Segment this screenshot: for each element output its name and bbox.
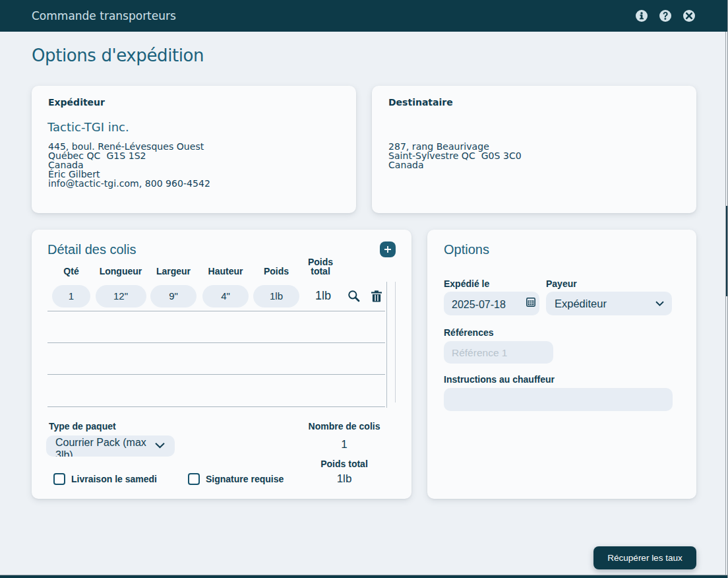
table-right-border [386, 282, 387, 408]
help-icon[interactable] [659, 10, 671, 22]
x-glyph [683, 10, 695, 22]
delete-package-button[interactable] [368, 290, 385, 302]
col-weight: Poids [251, 267, 302, 276]
recipient-address: 287, rang Beaurivage Saint-Sylvestre QC … [388, 142, 522, 170]
recipient-card: Destinataire 287, rang Beaurivage Saint-… [372, 86, 696, 213]
references-input[interactable] [444, 341, 553, 364]
shipped-on-label: Expédié le [444, 278, 489, 289]
saturday-delivery-option: Livraison le samedi [53, 473, 157, 485]
packages-totals: Nombre de colis 1 Poids total 1lb [298, 422, 390, 485]
height-field[interactable]: 4" [202, 285, 249, 307]
add-package-button[interactable] [380, 241, 396, 257]
get-rates-button[interactable]: Récupérer les taux [593, 546, 696, 569]
total-weight-value: 1lb [298, 473, 390, 485]
trash-icon [371, 290, 382, 302]
empty-package-row [47, 343, 385, 375]
saturday-delivery-label: Livraison le samedi [71, 474, 157, 484]
search-package-button[interactable] [339, 290, 368, 302]
recipient-heading: Destinataire [388, 97, 453, 108]
empty-package-row [47, 375, 385, 407]
packages-table-body: 1 12" 9" 4" 1lb 1lb [47, 282, 385, 407]
options-card: Options Expédié le 2025-07-18 Payeur Exp… [427, 230, 696, 499]
horizontal-scrollbar[interactable] [0, 575, 728, 578]
chevron-down-icon [655, 300, 665, 307]
references-label: Références [444, 327, 494, 338]
width-field[interactable]: 9" [150, 285, 197, 307]
info-icon[interactable] [636, 10, 648, 22]
saturday-delivery-checkbox[interactable] [53, 473, 65, 485]
payer-value: Expéditeur [555, 298, 607, 310]
shipper-card: Expéditeur Tactic-TGI inc. 445, boul. Re… [32, 86, 356, 213]
info-glyph [636, 10, 648, 22]
shipper-address: 445, boul. René-Lévesques Ouest Québec Q… [48, 142, 210, 188]
plus-icon [383, 245, 392, 254]
col-height: Hauteur [200, 267, 251, 276]
close-icon[interactable] [683, 10, 695, 22]
package-type-select[interactable]: Courrier Pack (max 3lb) [46, 435, 175, 457]
vertical-scrollbar-border [725, 32, 726, 575]
qty-field[interactable]: 1 [52, 285, 90, 307]
packages-title: Détail des colis [47, 242, 136, 257]
weight-field[interactable]: 1lb [253, 285, 299, 307]
col-total-weight: Poids total [302, 257, 339, 276]
col-qty: Qté [47, 267, 95, 276]
col-length: Longueur [95, 267, 146, 276]
shipped-on-value: 2025-07-18 [452, 299, 506, 311]
page-title: Options d'expédition [32, 46, 204, 65]
package-row: 1 12" 9" 4" 1lb 1lb [47, 282, 385, 311]
package-count-value: 1 [298, 439, 390, 451]
package-type-value: Courrier Pack (max 3lb) [55, 436, 158, 457]
shipped-on-field[interactable]: 2025-07-18 [444, 292, 539, 315]
empty-package-row [47, 311, 385, 343]
payer-select[interactable]: Expéditeur [546, 292, 672, 315]
options-title: Options [444, 242, 489, 257]
chevron-down-icon [154, 442, 166, 449]
signature-required-option: Signature requise [188, 473, 284, 485]
shipper-heading: Expéditeur [48, 97, 105, 108]
signature-required-checkbox[interactable] [188, 473, 200, 485]
packages-table-header: Qté Longueur Largeur Hauteur Poids Poids… [47, 257, 385, 276]
calendar-icon[interactable] [526, 298, 535, 309]
title-bar: Commande transporteurs [0, 0, 727, 32]
driver-instructions-label: Instructions au chauffeur [444, 374, 555, 385]
total-weight-label: Poids total [298, 459, 390, 469]
payer-label: Payeur [546, 278, 577, 289]
package-count-label: Nombre de colis [298, 422, 390, 432]
packages-card: Détail des colis Qté Longueur Largeur Ha… [32, 230, 411, 499]
table-scrollbar[interactable] [395, 282, 396, 402]
shipper-company-link[interactable]: Tactic-TGI inc. [47, 120, 129, 134]
signature-required-label: Signature requise [206, 474, 284, 484]
length-field[interactable]: 12" [96, 285, 146, 307]
magnifier-icon [348, 290, 360, 302]
calendar-glyph [526, 298, 535, 307]
col-width: Largeur [146, 267, 200, 276]
driver-instructions-input[interactable] [444, 388, 673, 411]
window-title: Commande transporteurs [32, 0, 176, 32]
row-total-weight: 1lb [302, 289, 339, 303]
carrier-order-dialog: Commande transporteurs Options [0, 0, 728, 578]
package-type-label: Type de paquet [49, 421, 116, 432]
question-glyph [659, 10, 671, 22]
